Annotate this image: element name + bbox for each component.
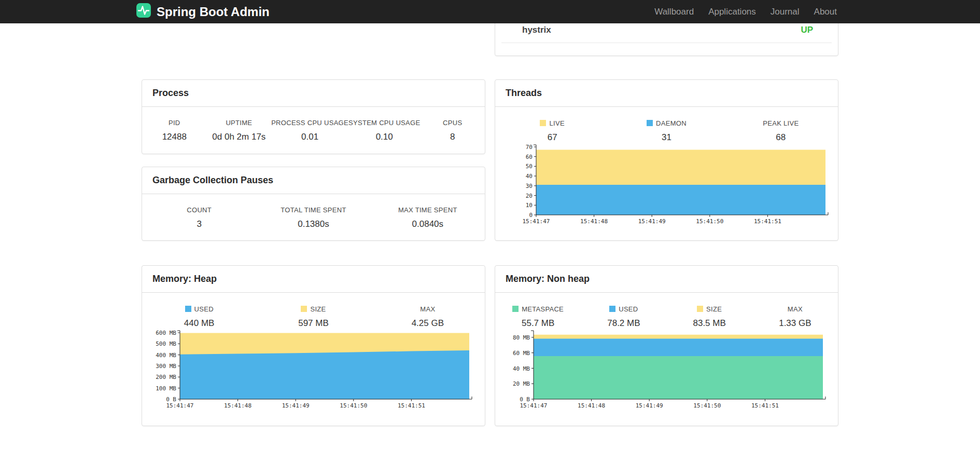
metaspace-swatch <box>512 306 519 312</box>
legend-text: SIZE <box>706 305 722 313</box>
nav-item-applications[interactable]: Applications <box>701 7 763 17</box>
size-swatch <box>697 306 703 312</box>
svg-text:15:41:48: 15:41:48 <box>224 402 251 409</box>
status-badge: UP <box>801 25 813 35</box>
legend-value: 1.33 GB <box>752 318 838 329</box>
svg-text:50: 50 <box>526 163 533 170</box>
svg-text:30: 30 <box>526 183 533 189</box>
metric-gc-count: COUNT 3 <box>142 206 256 229</box>
legend-item-size: SIZE 83.5 MB <box>667 305 752 329</box>
legend-item-max: MAX 1.33 GB <box>752 305 838 329</box>
column-right: Threads LIVE 67 DAEMON 31 PEAK LIVE 68 <box>495 79 838 241</box>
legend-text: PEAK LIVE <box>763 119 799 127</box>
size-swatch <box>301 306 307 312</box>
heap-panel-title: Memory: Heap <box>142 266 485 293</box>
metric-value: 0.0840s <box>371 219 485 229</box>
legend-item-metaspace: METASPACE 55.7 MB <box>495 305 581 329</box>
legend-value: 68 <box>724 132 838 143</box>
metric-value: 12488 <box>142 131 207 142</box>
metric-label: COUNT <box>142 206 256 214</box>
navbar-inner: Spring Boot Admin Wallboard Applications… <box>136 0 844 23</box>
legend-value: 55.7 MB <box>495 318 581 329</box>
legend-text: SIZE <box>310 305 326 313</box>
navbar: Spring Boot Admin Wallboard Applications… <box>0 0 980 23</box>
svg-text:40 MB: 40 MB <box>513 365 530 372</box>
svg-text:300 MB: 300 MB <box>156 363 176 370</box>
legend-value: 83.5 MB <box>667 318 752 329</box>
metric-label: SYSTEM CPU USAGE <box>348 119 420 127</box>
threads-panel: Threads LIVE 67 DAEMON 31 PEAK LIVE 68 <box>495 79 838 241</box>
process-metrics: PID 12488 UPTIME 0d 0h 2m 17s PROCESS CP… <box>142 107 485 142</box>
metric-cpus: CPUS 8 <box>420 119 485 142</box>
process-panel-title: Process <box>142 80 485 107</box>
legend-value: 31 <box>609 132 723 143</box>
metric-value: 3 <box>142 219 256 229</box>
page-content: hystrix UP Process PID 12488 UPTIME 0d 0… <box>142 0 838 426</box>
svg-text:40: 40 <box>526 173 533 180</box>
legend-label: MAX <box>371 305 485 313</box>
nav-item-about[interactable]: About <box>807 7 844 17</box>
metric-value: 0.1380s <box>256 219 370 229</box>
svg-text:15:41:51: 15:41:51 <box>398 402 425 409</box>
legend-text: USED <box>194 305 214 313</box>
used-swatch <box>185 306 191 312</box>
threads-chart: 01020304050607015:41:4715:41:4815:41:491… <box>508 143 838 226</box>
brand-title: Spring Boot Admin <box>157 5 270 19</box>
nonheap-legend: METASPACE 55.7 MB USED 78.2 MB SIZE 83.5… <box>495 293 838 329</box>
legend-item-peak-live: PEAK LIVE 68 <box>724 119 838 143</box>
svg-text:10: 10 <box>526 202 533 209</box>
heap-chart: 0 B100 MB200 MB300 MB400 MB500 MB600 MB1… <box>152 329 485 411</box>
svg-text:80 MB: 80 MB <box>513 334 530 341</box>
row-main: Process PID 12488 UPTIME 0d 0h 2m 17s PR… <box>142 79 838 241</box>
svg-text:15:41:51: 15:41:51 <box>751 402 779 409</box>
svg-text:60: 60 <box>526 154 533 160</box>
legend-value: 440 MB <box>142 318 256 329</box>
legend-item-max: MAX 4.25 GB <box>371 305 485 329</box>
legend-item-size: SIZE 597 MB <box>256 305 370 329</box>
metric-gc-total-time: TOTAL TIME SPENT 0.1380s <box>256 206 370 229</box>
row-memory: Memory: Heap USED 440 MB SIZE 597 MB MAX… <box>142 265 838 426</box>
row-health: hystrix UP <box>142 23 838 56</box>
svg-text:15:41:49: 15:41:49 <box>636 402 663 409</box>
legend-text: LIVE <box>549 119 564 127</box>
metric-value: 8 <box>420 131 485 142</box>
metric-system-cpu: SYSTEM CPU USAGE 0.10 <box>348 119 420 142</box>
nav-item-journal[interactable]: Journal <box>763 7 807 17</box>
brand[interactable]: Spring Boot Admin <box>136 3 270 21</box>
svg-text:60 MB: 60 MB <box>513 350 530 357</box>
legend-item-daemon: DAEMON 31 <box>609 119 723 143</box>
svg-text:15:41:48: 15:41:48 <box>580 218 608 225</box>
legend-text: METASPACE <box>522 305 564 313</box>
svg-text:600 MB: 600 MB <box>156 330 176 336</box>
used-swatch <box>609 306 615 312</box>
legend-item-used: USED 78.2 MB <box>581 305 666 329</box>
svg-text:15:41:50: 15:41:50 <box>696 218 723 225</box>
svg-text:200 MB: 200 MB <box>156 374 176 380</box>
process-panel: Process PID 12488 UPTIME 0d 0h 2m 17s PR… <box>142 79 485 154</box>
health-row-hystrix: hystrix UP <box>501 25 832 43</box>
svg-text:15:41:47: 15:41:47 <box>523 218 550 225</box>
live-swatch <box>540 120 546 126</box>
metric-label: CPUS <box>420 119 485 127</box>
svg-text:20 MB: 20 MB <box>513 380 530 387</box>
metric-uptime: UPTIME 0d 0h 2m 17s <box>207 119 272 142</box>
svg-text:70: 70 <box>526 144 533 151</box>
metric-value: 0.01 <box>271 131 348 142</box>
legend-label: SIZE <box>256 305 370 313</box>
metric-label: UPTIME <box>207 119 272 127</box>
metric-process-cpu: PROCESS CPU USAGE 0.01 <box>271 119 348 142</box>
svg-text:20: 20 <box>526 193 533 199</box>
legend-text: USED <box>619 305 638 313</box>
gc-panel: Garbage Collection Pauses COUNT 3 TOTAL … <box>142 167 485 241</box>
legend-value: 597 MB <box>256 318 370 329</box>
heap-legend: USED 440 MB SIZE 597 MB MAX 4.25 GB <box>142 293 485 329</box>
legend-item-live: LIVE 67 <box>495 119 609 143</box>
daemon-swatch <box>647 120 653 126</box>
svg-text:15:41:51: 15:41:51 <box>754 218 781 225</box>
metric-pid: PID 12488 <box>142 119 207 142</box>
legend-text: DAEMON <box>656 119 687 127</box>
threads-legend: LIVE 67 DAEMON 31 PEAK LIVE 68 <box>495 107 838 143</box>
legend-item-used: USED 440 MB <box>142 305 256 329</box>
metric-label: PROCESS CPU USAGE <box>271 119 348 127</box>
nav-item-wallboard[interactable]: Wallboard <box>647 7 701 17</box>
